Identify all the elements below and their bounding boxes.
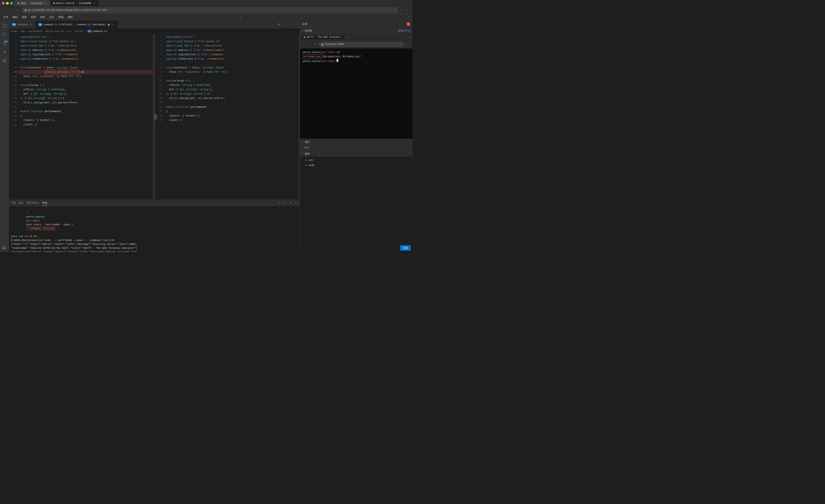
minimize-panel-icon[interactable]: ✕ — [406, 15, 410, 19]
code-line: request: { headers }, — [18, 118, 153, 122]
notification-badge[interactable]: ! — [406, 22, 410, 26]
panel-tab-output[interactable]: 输出 — [19, 200, 24, 205]
menu-run[interactable]: 运行 — [48, 14, 56, 20]
close-button[interactable] — [2, 2, 5, 5]
tab-indicator — [17, 2, 19, 4]
terminal-line-json1: {"base":"/","label":"Wetty","level":"inf… — [11, 242, 298, 246]
left-code-lines[interactable]: import url from 'url'; import type { Soc… — [18, 34, 153, 199]
split-handle[interactable]: › — [154, 34, 155, 199]
browser-tab-active[interactable]: W WeTTY - The Web Terminal ✕ — [301, 35, 344, 39]
run-debug-icon[interactable] — [0, 48, 9, 56]
extensions-icon[interactable] — [0, 57, 9, 65]
terminal-icon-node: ▷ — [305, 164, 307, 167]
menu-terminal[interactable]: 终端 — [57, 14, 65, 20]
window-tab-2[interactable]: wetty-source - CloudIDE ✕ — [51, 0, 99, 6]
code-line: def: { [s: string]: string }, — [164, 87, 299, 92]
terminal-list-item-node[interactable]: ▷ node — [300, 163, 412, 168]
titlebar: 项目 - CloudIDE ✕ wetty-source - CloudIDE … — [0, 0, 412, 6]
code-line: def: { [s: string]: string }, — [18, 92, 153, 96]
browser-reload-btn[interactable]: ↻ — [313, 42, 317, 47]
panel-tab-problems[interactable]: 问题 — [11, 200, 16, 205]
editor-tab-2-close[interactable]: 🔒 — [107, 23, 110, 26]
add-terminal-icon[interactable]: + — [277, 201, 281, 205]
bc-filename[interactable]: command.ts — [92, 30, 107, 33]
menu-edit[interactable]: 编辑 — [11, 14, 19, 20]
chevron-down-icon[interactable]: ∨ — [288, 201, 292, 205]
new-tab-button[interactable]: + — [99, 1, 104, 6]
bc-ts-badge: TS — [87, 30, 91, 32]
browser-refresh-icon[interactable]: ↻ — [409, 36, 411, 39]
bookmark-icon[interactable]: ☆ — [400, 8, 404, 12]
explorer-icon[interactable] — [0, 22, 9, 30]
panel-tab-debug[interactable]: 调试控制台 — [27, 200, 40, 205]
arrow-down-icon[interactable]: ↓ — [288, 22, 292, 27]
section-ports[interactable]: › 端口 — [300, 139, 412, 145]
section-git[interactable]: › Git — [300, 145, 412, 151]
terminal-list-item-zsh[interactable]: ▷ zsh — [300, 158, 412, 163]
menu-select[interactable]: 选择 — [20, 14, 28, 20]
settings-icon[interactable]: ⋮ — [405, 8, 410, 12]
search-icon[interactable] — [0, 30, 9, 39]
panel-tab-terminal[interactable]: 终端 — [42, 200, 47, 206]
tab1-close[interactable]: ✕ — [44, 2, 47, 5]
term-cmd-text: yarn start --port=8080 --base / — [26, 223, 75, 226]
browser-bookmark-icon[interactable]: ☆ — [405, 43, 407, 46]
bc-src[interactable]: src — [67, 30, 72, 33]
code-line: import type { Socket } from 'socket.io' — [164, 39, 299, 44]
editor-tab-2-label: command.ts (17b75c98) ← command.ts (d9c5… — [44, 23, 106, 26]
browser-back-btn[interactable]: ← — [302, 42, 306, 47]
dots-icon[interactable]: ··· — [294, 22, 298, 27]
clone-button[interactable]: 克隆 — [400, 245, 410, 251]
terminal-content[interactable]: ➜ wetty-source git:(dev) yarn start --po… — [9, 206, 300, 252]
terminal-label-zsh: zsh — [308, 159, 313, 162]
code-line: client: { — [18, 122, 153, 127]
chevron-up-icon[interactable]: ∧ — [283, 201, 287, 205]
bc-home[interactable]: home — [11, 30, 17, 33]
forward-button[interactable]: → — [9, 8, 14, 12]
menu-goto[interactable]: 转到 — [39, 14, 47, 20]
menu-view[interactable]: 查看 — [29, 14, 37, 20]
bc-wetty-source[interactable]: wetty-source — [45, 30, 64, 33]
section-services[interactable]: › 服务 — [300, 151, 412, 157]
browser-forward-btn[interactable]: → — [307, 42, 312, 47]
source-control-icon[interactable]: 2 — [0, 39, 9, 48]
services-collapse-arrow: › — [302, 152, 303, 155]
menu-help[interactable]: 帮助 — [66, 14, 74, 20]
bc-server[interactable]: server — [75, 30, 84, 33]
maximize-button[interactable] — [10, 2, 13, 5]
url-input[interactable]: 🔒 go.titanide.cn/ide/web/coding/wetty-so… — [22, 8, 398, 13]
new-tab-button[interactable]: 新建口打开 — [398, 29, 410, 32]
editor-tab-2-x[interactable]: ✕ — [111, 23, 115, 26]
code-line: const localhost = (host: string): boole — [164, 66, 299, 70]
browser-tab-close[interactable]: ✕ — [341, 36, 342, 39]
code-line: const urlArgs = ( — [164, 79, 299, 83]
reload-button[interactable]: ↻ — [16, 8, 20, 12]
close-panel-icon[interactable]: ✕ — [294, 201, 298, 205]
back-button[interactable]: ← — [3, 8, 7, 12]
menu-file[interactable]: 文件 — [2, 14, 10, 20]
split-editor-icon[interactable]: ⧉ — [277, 22, 281, 27]
browser-forward-chevron[interactable]: › — [407, 36, 409, 39]
editor-tab-1[interactable]: TS command.ts — [9, 21, 35, 28]
bc-ide[interactable]: ide — [20, 30, 25, 33]
tab2-close[interactable]: ✕ — [92, 2, 96, 5]
browser-term-line-1: wetty-source git:(dev) id — [302, 50, 410, 54]
minimize-button[interactable] — [6, 2, 9, 5]
browser-back-chevron[interactable]: ‹ — [405, 36, 406, 39]
bc-workspace[interactable]: workspace — [28, 30, 42, 33]
window-tab-1[interactable]: 项目 - CloudIDE ✕ — [15, 0, 50, 6]
settings-bottom-icon[interactable] — [0, 243, 9, 252]
editor-tab-2[interactable]: TS command.ts (17b75c98) ← command.ts (d… — [35, 21, 118, 28]
collapse-arrow[interactable]: ∨ — [302, 29, 303, 32]
editor-tab-strip: TS command.ts TS command.ts (17b75c98) ←… — [9, 21, 300, 28]
code-line: ): { [s: string]: string } => — [18, 96, 153, 101]
browser-new-tab-icon[interactable]: + — [345, 35, 350, 39]
expand-icon[interactable]: ⤢ — [238, 15, 242, 19]
right-code-content: 12345 6789 1011121314 1516171819 20 impo… — [155, 34, 299, 199]
browser-url-field[interactable]: 🔒 localhost:8080 — [319, 42, 404, 47]
right-code-lines[interactable]: import url from 'url'; import type { Soc… — [164, 34, 299, 199]
tab2-label: wetty-source - CloudIDE — [56, 2, 91, 5]
code-line: (host === 'localhost' || host === '0.0 — [18, 74, 153, 79]
arrow-up-icon[interactable]: ↑ — [283, 22, 287, 27]
browser-more-icon[interactable]: ⋮ — [408, 43, 410, 46]
